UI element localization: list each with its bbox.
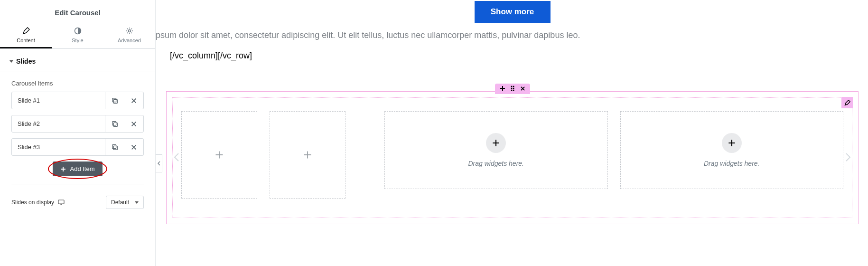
add-item-label: Add Item (70, 165, 94, 172)
slides-on-display-label: Slides on display (11, 199, 54, 206)
carousel-item-label[interactable]: Slide #3 (12, 139, 105, 155)
copy-icon (112, 97, 118, 104)
add-item-button[interactable]: Add Item (53, 162, 102, 176)
close-icon (131, 97, 137, 104)
duplicate-button[interactable] (105, 115, 124, 132)
carousel-section[interactable]: ⠿ (166, 91, 859, 224)
section-close-button[interactable] (520, 85, 525, 93)
svg-point-1 (128, 30, 131, 32)
select-value: Default (111, 199, 129, 206)
editor-sidebar: Edit Carousel Content Style Advanced Sli… (0, 0, 156, 266)
chevron-right-icon (845, 152, 851, 162)
tabs: Content Style Advanced (0, 23, 155, 49)
tab-style[interactable]: Style (52, 23, 103, 48)
copy-icon (112, 121, 118, 127)
tab-style-label: Style (72, 38, 83, 43)
carousel-item-row[interactable]: Slide #1 (11, 92, 144, 109)
duplicate-button[interactable] (105, 92, 124, 109)
svg-rect-6 (113, 146, 117, 150)
plus-icon (215, 151, 224, 159)
svg-rect-5 (112, 121, 116, 125)
tab-content-label: Content (17, 38, 35, 43)
svg-rect-4 (113, 123, 117, 126)
edit-section-button[interactable] (841, 97, 853, 108)
slides-on-display-control: Slides on display Default (0, 189, 155, 216)
panel-title: Edit Carousel (0, 0, 155, 23)
carousel-next-button[interactable] (842, 147, 854, 168)
carousel-item-row[interactable]: Slide #2 (11, 115, 144, 133)
lorem-text: psum dolor sit amet, consectetur adipisc… (156, 28, 868, 42)
widget-drop-zone[interactable]: Drag widgets here. (620, 111, 844, 189)
plus-icon (500, 86, 505, 91)
section-header-label: Slides (16, 57, 36, 65)
svg-rect-8 (58, 200, 64, 204)
add-widget-button[interactable] (486, 133, 506, 153)
tab-advanced[interactable]: Advanced (103, 23, 155, 48)
svg-rect-3 (112, 98, 116, 102)
editor-canvas: Show more psum dolor sit amet, consectet… (157, 0, 868, 266)
delete-button[interactable] (124, 139, 143, 155)
slides-on-display-select[interactable]: Default (106, 196, 144, 209)
plus-icon (492, 139, 500, 147)
plus-icon (60, 166, 66, 172)
section-header-slides[interactable]: Slides (0, 49, 155, 72)
close-icon (520, 86, 525, 91)
tab-content[interactable]: Content (0, 23, 52, 48)
chevron-left-icon (174, 152, 179, 162)
section-handle: ⠿ (495, 84, 530, 94)
widget-drop-zone[interactable]: Drag widgets here. (384, 111, 608, 189)
shortcode-text: [/vc_column][/vc_row] (170, 51, 868, 61)
carousel-inner: Drag widgets here. Drag widgets here. (172, 97, 852, 218)
delete-button[interactable] (124, 115, 143, 132)
drop-zone-label: Drag widgets here. (468, 160, 524, 167)
svg-rect-7 (112, 144, 116, 148)
close-icon (131, 144, 137, 151)
pencil-icon (22, 27, 30, 35)
drop-zone-label: Drag widgets here. (704, 160, 760, 167)
section-add-button[interactable] (500, 85, 505, 93)
close-icon (131, 121, 137, 127)
desktop-icon[interactable] (58, 200, 65, 205)
copy-icon (112, 144, 118, 151)
add-widget-button[interactable] (722, 133, 742, 153)
caret-down-icon (9, 60, 13, 63)
carousel-items-label: Carousel Items (11, 80, 144, 87)
gear-icon (126, 27, 133, 35)
duplicate-button[interactable] (105, 139, 124, 155)
plus-icon (303, 151, 312, 159)
carousel-prev-button[interactable] (171, 147, 182, 168)
svg-rect-2 (113, 99, 117, 103)
section-body: Carousel Items Slide #1 Slide #2 Slide #… (0, 72, 155, 189)
chevron-down-icon (135, 201, 139, 204)
pencil-icon (844, 100, 850, 106)
show-more-button[interactable]: Show more (475, 1, 551, 23)
carousel-item-label[interactable]: Slide #2 (12, 115, 105, 132)
tab-advanced-label: Advanced (118, 38, 141, 43)
carousel-item-label[interactable]: Slide #1 (12, 92, 105, 109)
slide-placeholder[interactable] (270, 111, 345, 199)
delete-button[interactable] (124, 92, 143, 109)
section-drag-handle[interactable]: ⠿ (510, 85, 515, 93)
slide-placeholder[interactable] (181, 111, 257, 199)
contrast-icon (74, 27, 82, 35)
carousel-item-row[interactable]: Slide #3 (11, 138, 144, 156)
plus-icon (728, 139, 736, 147)
